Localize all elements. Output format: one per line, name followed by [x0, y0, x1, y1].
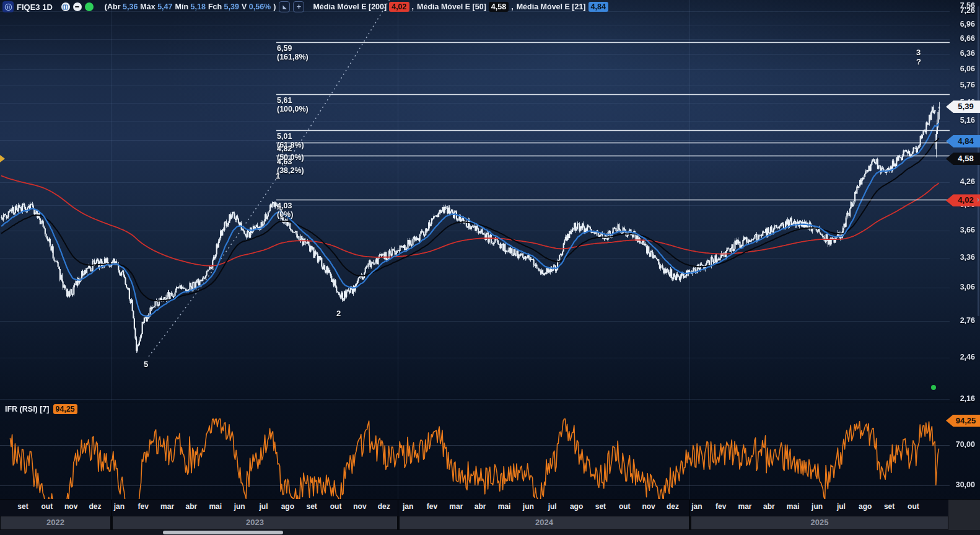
month-label: mai: [209, 502, 222, 511]
rsi-title: IFR (RSI) [7]: [5, 405, 50, 413]
pointer-icon: [282, 4, 287, 10]
month-label: mai: [498, 502, 511, 511]
month-label: dez: [89, 502, 102, 511]
symbol: FIQE3: [17, 2, 40, 12]
close-value: 5,39: [224, 2, 239, 11]
year-label: 2023: [113, 518, 397, 527]
trading-chart-window: FIQE3 1D ( Abr 5,36 Máx 5,47 Mín 5,18 Fc…: [0, 0, 980, 535]
chart-toolbar: FIQE3 1D ( Abr 5,36 Máx 5,47 Mín 5,18 Fc…: [0, 0, 980, 14]
pause-button[interactable]: [2, 1, 14, 12]
year-label: 2022: [1, 518, 110, 527]
open-label: Abr: [107, 2, 121, 11]
plus-icon: +: [297, 3, 301, 11]
month-label: out: [42, 502, 53, 511]
open-value: 5,36: [123, 2, 138, 11]
month-label: jan: [114, 502, 125, 511]
month-label: mai: [787, 502, 800, 511]
h-scrollbar-track[interactable]: [0, 530, 980, 535]
left-edge-alert-marker: [0, 155, 5, 162]
month-label: mar: [449, 502, 463, 511]
month-label: jul: [837, 502, 846, 511]
fib-level-label: 4,03 (0%): [277, 201, 293, 219]
year-band: 2023: [113, 516, 397, 529]
high-label: Máx: [140, 2, 155, 11]
month-label: fev: [138, 502, 149, 511]
rsi-axis: 30,00: [948, 0, 980, 535]
h-scrollbar-thumb[interactable]: [163, 531, 283, 534]
month-label: set: [884, 502, 895, 511]
ma-200-label: Média Móvel E [200]: [313, 2, 387, 11]
month-label: out: [908, 502, 919, 511]
rsi-legend[interactable]: IFR (RSI) [7] 94,25: [5, 404, 77, 414]
axis-corner: [948, 500, 980, 530]
change-value: 0,56%: [249, 2, 271, 11]
month-label: ago: [859, 502, 872, 511]
year-tick: [689, 500, 690, 516]
interval: 1D: [42, 2, 53, 12]
elliott-wave-label: 1: [276, 171, 280, 180]
month-label: out: [330, 502, 342, 511]
month-label: nov: [353, 502, 366, 511]
month-label: nov: [642, 502, 655, 511]
month-label: fev: [715, 502, 726, 511]
month-label: out: [619, 502, 631, 511]
fib-level-label: 6,59 (161,8%): [277, 44, 308, 61]
elliott-wave-label: 2: [336, 309, 341, 318]
chart-canvas[interactable]: [0, 0, 980, 535]
month-label: jul: [260, 502, 268, 511]
year-band: 2022: [1, 516, 110, 529]
rsi-value-badge: 94,25: [53, 404, 77, 414]
ma-21-legend[interactable]: Média Móvel E [21] 4,84: [517, 2, 608, 12]
elliott-wave-label: 3 ?: [916, 48, 921, 66]
year-label: 2024: [400, 518, 689, 527]
month-label: abr: [763, 502, 775, 511]
market-status-dot[interactable]: [85, 2, 94, 11]
ma-21-value-badge: 4,84: [588, 2, 608, 12]
month-label: abr: [475, 502, 486, 511]
month-label: ago: [281, 502, 294, 511]
month-label: dez: [378, 502, 390, 511]
month-label: set: [17, 502, 28, 511]
month-label: set: [595, 502, 606, 511]
paren-close: ): [273, 2, 276, 11]
low-value: 5,18: [191, 2, 206, 11]
month-label: abr: [186, 502, 198, 511]
month-label: nov: [64, 502, 77, 511]
pointer-tool-button[interactable]: [279, 1, 290, 12]
add-indicator-button[interactable]: +: [293, 1, 304, 12]
year-axis: 2022202320242025: [0, 516, 948, 530]
month-label: dez: [667, 502, 679, 511]
ma-200-value-badge: 4,02: [389, 2, 409, 12]
close-label: Fch: [208, 2, 222, 11]
month-label: mar: [738, 502, 751, 511]
month-label: jun: [812, 502, 823, 511]
minus-icon: [75, 6, 79, 7]
rsi-axis-label: 30,00: [956, 480, 975, 489]
time-axis[interactable]: setoutnovdezjanfevmarabrmaijunjulagoseto…: [0, 500, 948, 516]
collapse-button[interactable]: [73, 2, 82, 11]
month-label: jun: [234, 502, 245, 511]
month-label: jan: [691, 502, 702, 511]
fib-level-label: 5,61 (100,0%): [277, 96, 308, 113]
month-label: jun: [523, 502, 534, 511]
high-value: 5,47: [157, 2, 172, 11]
book-icon: [63, 4, 68, 10]
year-tick: [398, 500, 398, 516]
year-band: 2024: [400, 516, 689, 529]
separator: ,: [412, 2, 414, 11]
ma-50-label: Média Móvel E [50]: [417, 2, 486, 11]
green-dot-marker: [931, 385, 936, 390]
month-label: ago: [570, 502, 583, 511]
symbol-title[interactable]: FIQE3 1D: [17, 2, 53, 12]
axis-more-arrow[interactable]: ›: [977, 195, 979, 204]
month-label: set: [307, 502, 317, 511]
fib-level-label: 4,63 (38,2%): [277, 157, 304, 175]
ma-200-legend[interactable]: Média Móvel E [200] 4,02 ,: [313, 2, 414, 12]
ma-50-legend[interactable]: Média Móvel E [50] 4,58 ,: [417, 2, 514, 12]
book-button[interactable]: [61, 2, 70, 11]
month-label: jul: [548, 502, 557, 511]
month-label: mar: [160, 502, 174, 511]
ma-50-value-badge: 4,58: [489, 2, 509, 12]
separator: ,: [511, 2, 513, 11]
year-label: 2025: [691, 518, 948, 527]
